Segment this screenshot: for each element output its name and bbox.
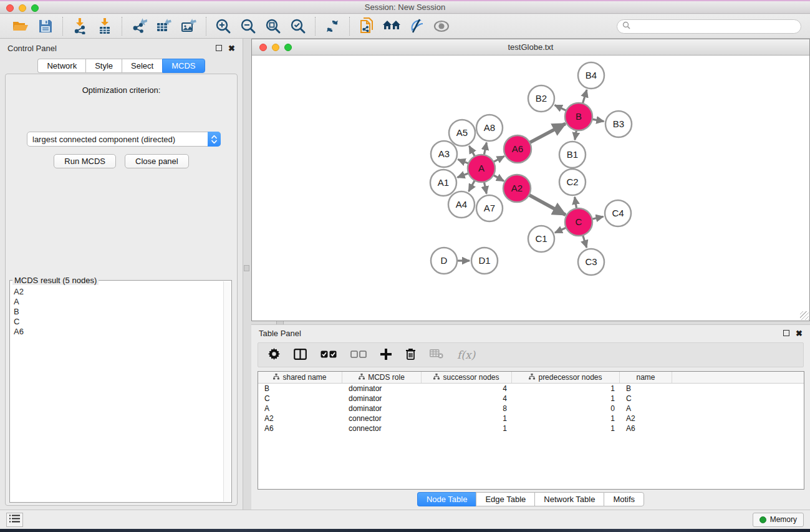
node-C3[interactable]: C3	[578, 249, 604, 275]
node-A7[interactable]: A7	[476, 195, 503, 221]
table-cell[interactable]: dominator	[342, 384, 422, 394]
node-B4[interactable]: B4	[578, 62, 604, 89]
refresh-view-button[interactable]	[322, 17, 343, 36]
table-cell[interactable]: A2	[620, 414, 672, 423]
float-panel-icon[interactable]	[216, 45, 222, 51]
edge-B-B1[interactable]	[575, 130, 577, 140]
edge-A-A1[interactable]	[457, 173, 468, 178]
tab-node-table[interactable]: Node Table	[417, 492, 476, 506]
edge-A2-C[interactable]	[529, 195, 566, 215]
edge-A-A7[interactable]	[484, 182, 486, 194]
edge-B-B2[interactable]	[555, 105, 567, 110]
edge-A-A3[interactable]	[458, 160, 468, 164]
tab-style[interactable]: Style	[85, 59, 122, 73]
tab-edge-table[interactable]: Edge Table	[476, 492, 534, 506]
search-field[interactable]	[617, 19, 801, 34]
close-window-button[interactable]	[6, 4, 14, 12]
eye-button[interactable]	[431, 17, 452, 36]
column-header-MCDS-role[interactable]: MCDS role	[342, 372, 422, 383]
edge-A-A2[interactable]	[493, 175, 504, 181]
node-D[interactable]: D	[431, 248, 457, 274]
open-session-button[interactable]	[10, 17, 31, 36]
edge-A-A5[interactable]	[469, 146, 475, 157]
edge-A-A4[interactable]	[469, 180, 475, 191]
edge-A-A6[interactable]	[493, 156, 504, 162]
table-cell[interactable]: dominator	[342, 404, 422, 414]
import-table-button[interactable]	[94, 17, 115, 36]
delete-column-button[interactable]	[405, 348, 416, 362]
tab-select[interactable]: Select	[122, 59, 162, 73]
float-table-panel-icon[interactable]	[783, 330, 789, 336]
run-mcds-button[interactable]: Run MCDS	[54, 154, 116, 168]
zoom-window-button[interactable]	[31, 4, 39, 12]
node-C[interactable]: C	[565, 208, 592, 236]
node-B2[interactable]: B2	[528, 85, 554, 112]
column-header-successor-nodes[interactable]: successor nodes	[422, 372, 512, 383]
network-window-traffic-lights[interactable]	[259, 44, 292, 51]
table-row[interactable]: A6connector11A6	[258, 423, 804, 433]
node-A3[interactable]: A3	[431, 141, 457, 167]
memory-button[interactable]: Memory	[753, 513, 804, 527]
table-cell[interactable]: A6	[620, 423, 672, 433]
edge-B-B3[interactable]	[592, 119, 604, 122]
edge-C-C3[interactable]	[583, 235, 587, 248]
table-cell[interactable]: B	[620, 384, 672, 394]
result-item[interactable]: A2	[12, 287, 223, 297]
select-all-button[interactable]	[321, 351, 337, 360]
node-A2[interactable]: A2	[503, 175, 531, 202]
table-settings-button[interactable]	[268, 348, 280, 362]
table-cell[interactable]: A6	[258, 423, 342, 433]
optimization-criterion-dropdown[interactable]: largest connected component (directed)	[27, 132, 221, 147]
column-header-predecessor-nodes[interactable]: predecessor nodes	[512, 372, 620, 383]
export-image-button[interactable]	[178, 17, 200, 36]
result-item[interactable]: C	[12, 317, 223, 327]
zoom-network-button[interactable]	[284, 44, 292, 51]
search-input[interactable]	[634, 22, 796, 31]
deselect-all-button[interactable]	[350, 351, 367, 360]
slashed-pen-button[interactable]	[406, 17, 427, 36]
tab-network[interactable]: Network	[37, 59, 85, 73]
table-cell[interactable]: A2	[258, 414, 342, 423]
table-cell[interactable]: 1	[422, 423, 512, 433]
table-row[interactable]: Adominator80A	[258, 404, 804, 414]
edge-C-C2[interactable]	[575, 197, 577, 209]
result-scrollbar[interactable]	[223, 281, 231, 501]
node-C2[interactable]: C2	[559, 169, 586, 195]
result-item[interactable]: A	[12, 297, 223, 307]
close-panel-button[interactable]: Close panel	[125, 154, 189, 168]
close-table-panel-icon[interactable]: ✖	[796, 329, 803, 338]
add-column-button[interactable]	[380, 349, 392, 362]
node-B1[interactable]: B1	[559, 142, 586, 168]
table-row[interactable]: Cdominator41C	[258, 394, 804, 404]
zoom-out-button[interactable]	[238, 17, 259, 36]
table-cell[interactable]: connector	[342, 423, 422, 433]
edge-C-C4[interactable]	[592, 216, 603, 219]
network-canvas[interactable]: B4B2BB3A8A5A6A3B1AA1C2A2A4A7C4CC1DD1C3	[252, 56, 809, 321]
tab-mcds[interactable]: MCDS	[162, 59, 205, 73]
zoom-fit-button[interactable]	[263, 17, 284, 36]
table-cell[interactable]: 1	[512, 384, 620, 394]
mcds-result-list[interactable]: A2ABCA6	[12, 287, 223, 501]
table-cell[interactable]: 1	[512, 414, 620, 423]
node-C4[interactable]: C4	[605, 200, 631, 226]
table-cell[interactable]: 1	[512, 423, 620, 433]
node-A6[interactable]: A6	[504, 135, 531, 163]
table-cell[interactable]: connector	[342, 414, 422, 423]
tab-network-table[interactable]: Network Table	[534, 492, 604, 506]
table-cell[interactable]: C	[620, 394, 672, 404]
table-cell[interactable]: dominator	[342, 394, 422, 404]
zoom-selected-button[interactable]	[287, 17, 309, 36]
table-cell[interactable]: 8	[422, 404, 512, 414]
table-cell[interactable]: 4	[422, 394, 512, 404]
column-view-button[interactable]	[294, 349, 307, 362]
table-cell[interactable]: 1	[422, 414, 512, 423]
network-from-document-button[interactable]	[356, 17, 377, 36]
table-row[interactable]: A2connector11A2	[258, 414, 804, 423]
column-header-name[interactable]: name	[620, 372, 672, 383]
table-cell[interactable]: 1	[512, 394, 620, 404]
edge-A6-B[interactable]	[529, 123, 565, 142]
task-history-button[interactable]	[6, 513, 23, 527]
edge-B-B4[interactable]	[582, 90, 587, 104]
table-cell[interactable]: A	[258, 404, 342, 414]
node-C1[interactable]: C1	[528, 226, 554, 252]
